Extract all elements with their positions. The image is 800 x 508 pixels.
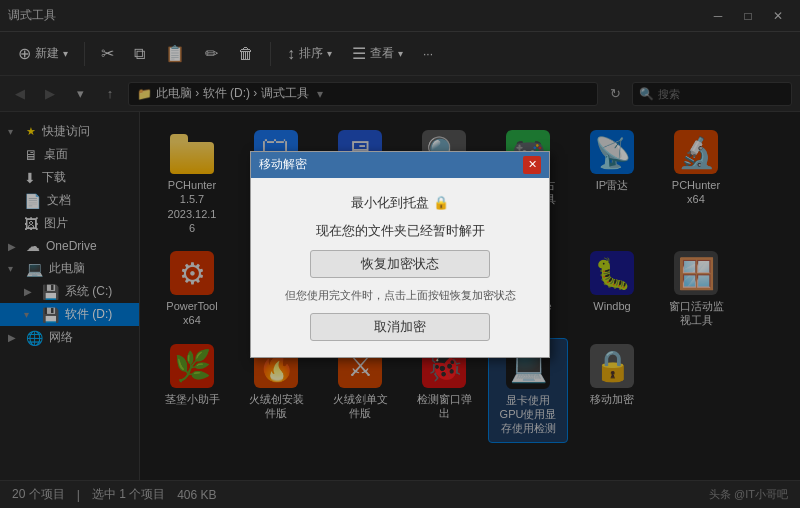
- dialog: 移动解密 ✕ 最小化到托盘 🔒 现在您的文件夹已经暂时解开 恢复加密状态 但您使…: [250, 151, 550, 358]
- dialog-close-button[interactable]: ✕: [523, 156, 541, 174]
- dialog-line2: 现在您的文件夹已经暂时解开: [316, 222, 485, 240]
- restore-encrypt-button[interactable]: 恢复加密状态: [310, 250, 490, 278]
- cancel-encrypt-button[interactable]: 取消加密: [310, 313, 490, 341]
- dialog-line1: 最小化到托盘 🔒: [351, 194, 449, 212]
- dialog-line1-text: 最小化到托盘 🔒: [351, 195, 449, 210]
- dialog-overlay: 移动解密 ✕ 最小化到托盘 🔒 现在您的文件夹已经暂时解开 恢复加密状态 但您使…: [0, 0, 800, 508]
- dialog-title: 移动解密: [259, 156, 307, 173]
- dialog-body: 最小化到托盘 🔒 现在您的文件夹已经暂时解开 恢复加密状态 但您使用完文件时，点…: [251, 178, 549, 357]
- dialog-title-bar: 移动解密 ✕: [251, 152, 549, 178]
- dialog-note: 但您使用完文件时，点击上面按钮恢复加密状态: [285, 288, 516, 303]
